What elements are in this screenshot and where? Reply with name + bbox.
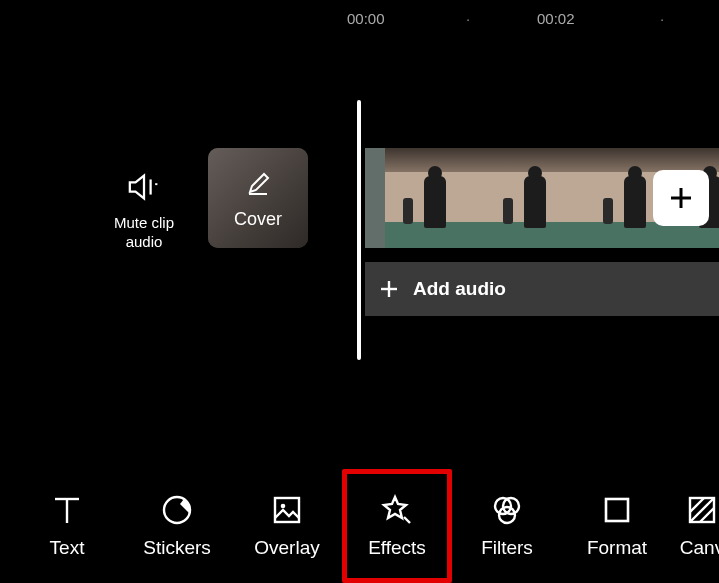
cover-label: Cover [234,209,282,230]
tool-overlay-label: Overlay [254,537,319,559]
bottom-toolbar: Text Stickers Overlay Effects [0,469,719,583]
tool-effects[interactable]: Effects [342,469,452,583]
tool-format[interactable]: Format [562,469,672,583]
tool-canvas[interactable]: Canv [672,469,719,583]
svg-rect-10 [275,498,299,522]
tool-stickers-label: Stickers [143,537,211,559]
canvas-icon [685,493,719,527]
tool-stickers[interactable]: Stickers [122,469,232,583]
tool-effects-label: Effects [368,537,426,559]
tool-text-label: Text [50,537,85,559]
svg-rect-16 [606,499,628,521]
tool-canvas-label: Canv [680,537,719,559]
clip-thumbnail[interactable] [365,148,385,248]
add-clip-button[interactable] [653,170,709,226]
sticker-icon [160,493,194,527]
ruler-dot: · [660,10,664,27]
add-audio-button[interactable]: Add audio [365,262,719,316]
svg-line-12 [404,517,410,523]
pencil-icon [241,167,275,201]
mute-icon [127,170,161,204]
format-icon [600,493,634,527]
tool-filters[interactable]: Filters [452,469,562,583]
ruler-time-1: 00:02 [537,10,575,27]
tool-text[interactable]: Text [12,469,122,583]
plus-icon [379,279,399,299]
clip-thumbnail[interactable] [385,148,485,248]
plus-icon [666,183,696,213]
overlay-icon [270,493,304,527]
ruler-time-0: 00:00 [347,10,385,27]
timeline-ruler[interactable]: 00:00 · 00:02 · [0,0,719,36]
effects-icon [380,493,414,527]
mute-clip-audio-button[interactable]: Mute clipaudio [104,170,184,252]
text-icon [50,493,84,527]
tool-filters-label: Filters [481,537,533,559]
cover-button[interactable]: Cover [208,148,308,248]
mute-label: Mute clipaudio [104,214,184,252]
playhead[interactable] [357,100,361,360]
ruler-dot: · [466,10,470,27]
svg-point-11 [281,504,286,509]
clip-thumbnail[interactable] [485,148,585,248]
tool-overlay[interactable]: Overlay [232,469,342,583]
tool-format-label: Format [587,537,647,559]
add-audio-label: Add audio [413,278,506,300]
filters-icon [490,493,524,527]
